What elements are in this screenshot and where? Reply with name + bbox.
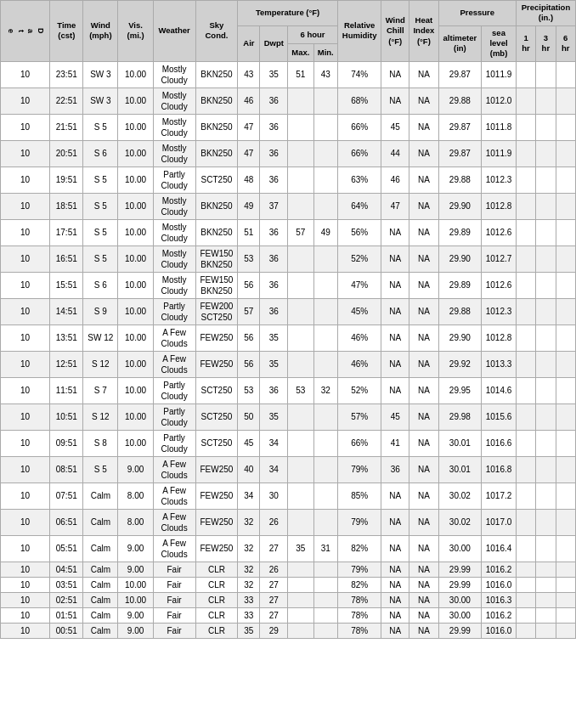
table-cell [288, 483, 313, 509]
table-cell [536, 87, 556, 114]
table-cell: Partly Cloudy [153, 377, 195, 404]
table-cell: 1016.3 [482, 592, 517, 607]
table-cell: Calm [83, 592, 118, 607]
p6hr-header: 6 hr [556, 25, 575, 61]
table-cell: 10.00 [118, 351, 153, 377]
table-cell [516, 404, 535, 430]
table-cell: 10 [1, 562, 50, 577]
table-cell: 78% [337, 623, 381, 638]
table-cell: 45 [238, 430, 260, 456]
table-cell [536, 377, 556, 404]
table-cell: 29.98 [438, 404, 482, 430]
table-cell: 45 [381, 404, 409, 430]
table-cell: NA [409, 324, 438, 351]
table-row: 1018:51S 510.00Mostly CloudyBKN250493764… [1, 193, 576, 219]
table-cell: 46% [337, 351, 381, 377]
table-cell: NA [381, 272, 409, 298]
table-cell [536, 592, 556, 607]
table-cell: 53 [238, 245, 260, 272]
table-cell [516, 562, 535, 577]
table-cell [536, 430, 556, 456]
table-cell: 78% [337, 592, 381, 607]
table-cell: 1014.6 [482, 377, 517, 404]
table-cell: NA [409, 219, 438, 245]
table-cell [288, 456, 313, 483]
table-cell: 57 [238, 298, 260, 324]
table-cell: 35 [238, 623, 260, 638]
table-cell: 48 [238, 166, 260, 193]
table-cell [288, 509, 313, 535]
table-cell [536, 114, 556, 140]
table-cell: 10 [1, 245, 50, 272]
table-cell: NA [409, 377, 438, 404]
table-cell: NA [409, 430, 438, 456]
table-cell: FEW150 BKN250 [195, 272, 238, 298]
table-cell: CLR [195, 592, 238, 607]
table-cell [313, 87, 337, 114]
table-cell: Mostly Cloudy [153, 245, 195, 272]
table-cell: FEW250 [195, 509, 238, 535]
table-cell: 46 [381, 166, 409, 193]
rh-header: RelativeHumidity [337, 1, 381, 62]
table-cell [288, 592, 313, 607]
table-cell: 30.00 [438, 607, 482, 623]
table-cell: SCT250 [195, 377, 238, 404]
table-cell: 29 [260, 623, 288, 638]
table-cell [536, 351, 556, 377]
table-cell: S 5 [83, 193, 118, 219]
table-cell: Mostly Cloudy [153, 272, 195, 298]
table-cell: Mostly Cloudy [153, 61, 195, 87]
table-cell: Fair [153, 623, 195, 638]
table-cell: NA [381, 219, 409, 245]
table-cell [313, 166, 337, 193]
table-cell [288, 562, 313, 577]
table-cell [536, 219, 556, 245]
table-cell: 10.00 [118, 140, 153, 166]
table-cell: Partly Cloudy [153, 430, 195, 456]
table-cell: 04:51 [50, 562, 83, 577]
table-cell: 29.89 [438, 219, 482, 245]
table-cell: 47 [238, 114, 260, 140]
table-cell: 66% [337, 114, 381, 140]
table-row: 1004:51Calm9.00FairCLR322679%NANA29.9910… [1, 562, 576, 577]
table-cell: 10.00 [118, 430, 153, 456]
table-cell: S 5 [83, 456, 118, 483]
table-cell: 51 [288, 61, 313, 87]
table-cell: 35 [260, 404, 288, 430]
table-cell: A Few Clouds [153, 324, 195, 351]
table-cell: SCT250 [195, 166, 238, 193]
table-row: 1007:51Calm8.00A Few CloudsFEW250343085%… [1, 483, 576, 509]
table-cell: 82% [337, 577, 381, 592]
table-cell [516, 87, 535, 114]
table-cell: 16:51 [50, 245, 83, 272]
table-cell: FEW250 [195, 324, 238, 351]
table-cell: S 5 [83, 166, 118, 193]
table-cell: 29.87 [438, 140, 482, 166]
table-cell: Partly Cloudy [153, 404, 195, 430]
table-cell: 1012.0 [482, 87, 517, 114]
table-cell: S 6 [83, 272, 118, 298]
table-cell: NA [381, 245, 409, 272]
table-cell: 1016.0 [482, 577, 517, 592]
table-cell: 10 [1, 114, 50, 140]
table-cell: 35 [288, 535, 313, 562]
table-cell [516, 607, 535, 623]
table-row: 1009:51S 810.00Partly CloudySCT250453466… [1, 430, 576, 456]
table-cell [288, 324, 313, 351]
table-cell: NA [409, 404, 438, 430]
table-cell [288, 245, 313, 272]
table-cell [536, 324, 556, 351]
max-header: Max. [288, 43, 313, 61]
heatindex-header: HeatIndex(°F) [409, 1, 438, 62]
table-cell: S 5 [83, 114, 118, 140]
table-row: 1000:51Calm9.00FairCLR352978%NANA29.9910… [1, 623, 576, 638]
table-cell: 10.00 [118, 377, 153, 404]
table-cell: NA [409, 140, 438, 166]
table-cell: 00:51 [50, 623, 83, 638]
table-cell: FEW250 [195, 456, 238, 483]
table-cell: 29.95 [438, 377, 482, 404]
table-cell: SW 3 [83, 87, 118, 114]
table-cell: 9.00 [118, 607, 153, 623]
table-cell: SW 3 [83, 61, 118, 87]
table-row: 1001:51Calm9.00FairCLR332778%NANA30.0010… [1, 607, 576, 623]
